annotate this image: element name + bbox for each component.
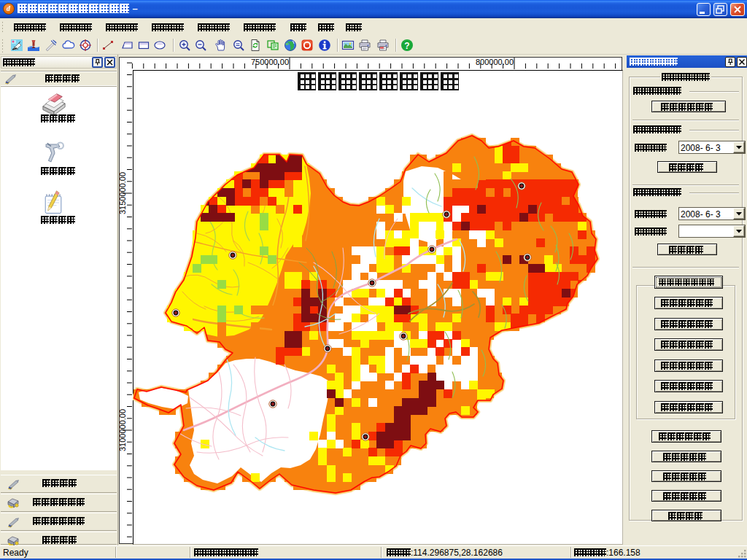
svg-text:?: ? xyxy=(404,41,409,51)
